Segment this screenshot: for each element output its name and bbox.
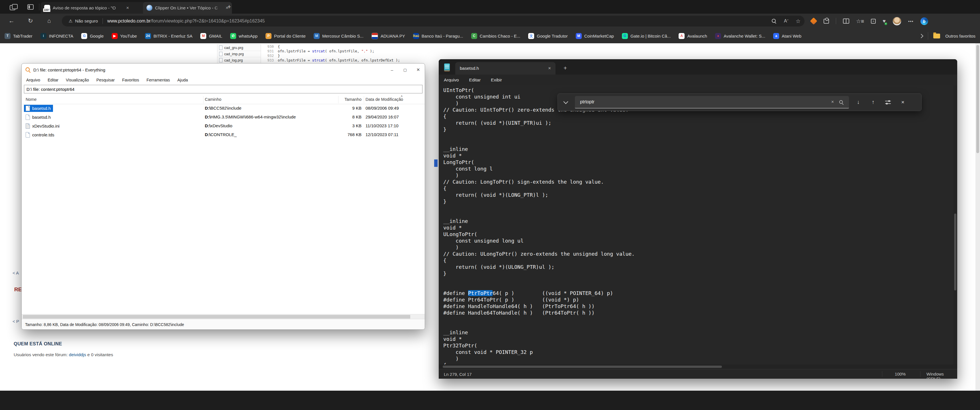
other-favorites-folder-icon[interactable] <box>933 33 940 38</box>
bookmark-item[interactable]: T TabTrader <box>5 33 32 39</box>
file-row[interactable]: basetsd.h D:\BCC582\include 9 KB 08/09/2… <box>22 104 425 113</box>
reply-button[interactable]: RE <box>14 286 22 293</box>
bookmark-item[interactable]: M GMAIL <box>200 33 222 39</box>
column-name[interactable]: Nome <box>25 97 37 102</box>
collections-icon[interactable]: ☆≡ <box>856 18 864 24</box>
menu-item[interactable]: Arquivo <box>26 78 40 82</box>
close-button[interactable]: ✕ <box>412 64 425 76</box>
bookmark-item[interactable]: i INFONECTA <box>40 33 73 39</box>
everything-search-box[interactable] <box>24 85 423 94</box>
attachment-row[interactable]: cad_imp.prg <box>217 51 261 57</box>
everything-titlebar[interactable]: D:\ file: content:ptrtoptr64 - Everythin… <box>22 64 425 76</box>
other-favorites-label[interactable]: Outros favoritos <box>945 33 975 38</box>
scrollbar-thumb[interactable] <box>23 315 410 319</box>
menu-item[interactable]: Exibir <box>491 78 502 83</box>
minimize-button[interactable]: – <box>385 64 399 76</box>
bookmark-item[interactable]: C Cambios Chaco - E... <box>471 33 520 39</box>
address-bar[interactable]: ⚠ Não seguro www.pctoledo.com.br/forum/v… <box>62 16 805 27</box>
file-name-cell[interactable]: xDevStudio.ini <box>24 122 62 130</box>
tab-close-icon[interactable]: × <box>548 65 551 71</box>
bookmark-item[interactable]: ♦ Avalanche Wallet: S... <box>715 33 765 39</box>
metamask-icon[interactable] <box>810 17 817 25</box>
scrollbar-thumb[interactable] <box>954 213 956 291</box>
bookmark-item[interactable]: G Gate.io | Bitcoin Câ... <box>622 33 671 39</box>
browser-tab[interactable]: Clipper On Line • Ver Tópico - C × <box>143 2 232 14</box>
clear-icon[interactable]: × <box>831 99 834 105</box>
column-path[interactable]: Caminho <box>205 97 221 102</box>
extensions-icon[interactable] <box>824 19 829 24</box>
attachment-row[interactable]: cad_gru.prg <box>217 45 261 51</box>
menu-item[interactable]: Pesquisar <box>96 78 115 82</box>
menu-item[interactable]: Visualização <box>66 78 89 82</box>
file-name-cell[interactable]: controle.tds <box>24 131 57 138</box>
file-row[interactable]: xDevStudio.ini D:\xDevStudio 3 KB 11/10/… <box>22 122 425 130</box>
favorite-star-icon[interactable]: ☆ <box>796 18 800 24</box>
file-name-cell[interactable]: basetsd.h <box>24 105 53 112</box>
vertical-tabs-icon[interactable] <box>27 3 34 10</box>
editor-horizontal-scrollbar[interactable] <box>439 364 957 369</box>
tab-workspaces-icon[interactable] <box>9 3 16 10</box>
bookmark-item[interactable]: Itaú Banco Itaú - Paragu... <box>413 33 463 39</box>
find-next-icon[interactable]: ↓ <box>853 97 864 108</box>
zoom-in-icon[interactable] <box>772 19 776 24</box>
bookmark-item[interactable]: a Atani Web <box>773 33 801 39</box>
find-input-box[interactable]: × <box>575 96 849 108</box>
more-menu-icon[interactable]: ••• <box>908 19 914 24</box>
read-aloud-icon[interactable]: A˝ <box>784 19 788 24</box>
find-expand-icon[interactable] <box>563 99 568 104</box>
find-input[interactable] <box>575 99 831 105</box>
notepad-titlebar[interactable]: basetsd.h × + <box>439 59 957 75</box>
find-options-icon[interactable] <box>883 97 893 108</box>
prev-topic-link[interactable]: < A <box>13 270 19 275</box>
bookmark-item[interactable]: G Google <box>81 33 103 39</box>
bookmark-item[interactable]: 文 Google Tradutor <box>528 33 568 39</box>
new-document-tab-button[interactable]: + <box>563 65 567 71</box>
bookmark-item[interactable]: ▶ YouTube <box>112 33 137 39</box>
menu-item[interactable]: Editar <box>469 78 481 83</box>
security-label[interactable]: Não seguro <box>75 19 98 24</box>
tab-close-icon[interactable]: × <box>126 5 129 11</box>
page-scrollbar-thumb[interactable] <box>976 45 979 153</box>
home-icon[interactable]: ⌂ <box>47 17 51 24</box>
search-icon[interactable] <box>839 100 843 104</box>
bing-chat-icon[interactable]: b <box>920 17 928 25</box>
find-previous-icon[interactable]: ↑ <box>868 97 878 108</box>
browser-essentials-icon[interactable]: ♥✓ <box>883 18 886 24</box>
maximize-button[interactable]: ▢ <box>399 64 412 76</box>
bookmark-item[interactable]: 24 BITRIX - Enerluz SA <box>145 33 192 39</box>
menu-item[interactable]: Arquivo <box>444 78 459 83</box>
new-tab-button[interactable]: + <box>228 4 231 10</box>
url-path[interactable]: /forum/viewtopic.php?f=2&t=16410&p=16234… <box>151 19 265 24</box>
menu-item[interactable]: Ajuda <box>178 78 188 82</box>
horizontal-scrollbar[interactable] <box>22 314 425 319</box>
notepad-document-tab[interactable]: basetsd.h × <box>455 62 555 75</box>
file-row[interactable]: controle.tds D:\CONTROLE_ 768 KB 12/10/2… <box>22 130 425 139</box>
file-name-cell[interactable]: basetsd.h <box>24 114 53 121</box>
file-row[interactable]: basetsd.h D:\HMG.3.5\MINGW\i686-w64-ming… <box>22 113 425 122</box>
bookmark-item[interactable]: ✆ whatsApp <box>230 33 258 39</box>
notepad-editor[interactable]: UIntToPtr( const unsigned int ui )// Cau… <box>439 86 953 364</box>
attachment-row[interactable]: cad_log.prg <box>217 57 261 64</box>
menu-item[interactable]: Editar <box>48 78 59 82</box>
next-topic-link[interactable]: < P <box>13 319 19 324</box>
split-screen-icon[interactable] <box>843 19 849 24</box>
editor-vertical-scrollbar[interactable] <box>953 86 957 364</box>
bookmark-item[interactable]: M CoinMarketCap <box>576 33 614 39</box>
search-input[interactable] <box>24 87 422 92</box>
online-user-link[interactable]: deividdjs <box>69 352 86 357</box>
copy-link-icon[interactable]: + <box>871 19 876 24</box>
bookmark-item[interactable]: ADUANA PY <box>371 33 405 39</box>
menu-item[interactable]: Favoritos <box>122 78 139 82</box>
zoom-level[interactable]: 100% <box>888 372 913 377</box>
bookmark-item[interactable]: A Avalaunch <box>679 33 707 39</box>
find-close-icon[interactable]: × <box>897 97 908 108</box>
menu-item[interactable]: Ferramentas <box>146 78 170 82</box>
column-size[interactable]: Tamanho <box>321 97 361 102</box>
scrollbar-thumb[interactable] <box>443 366 722 368</box>
bookmark-item[interactable]: P Portal do Cliente <box>266 33 306 39</box>
back-icon[interactable]: ← <box>8 17 14 24</box>
profile-avatar[interactable] <box>892 17 901 25</box>
column-date[interactable]: Data de Modificação <box>366 97 403 102</box>
bookmark-item[interactable]: M Mercosur Câmbio S... <box>313 33 364 39</box>
line-ending-indicator[interactable]: Windows (CRLF) <box>926 372 957 379</box>
